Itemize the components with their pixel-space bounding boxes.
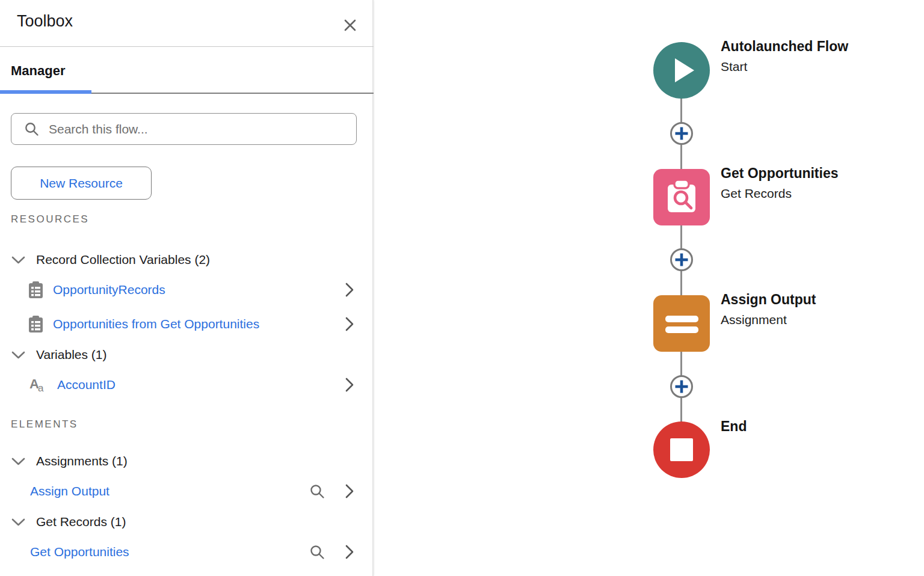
flow-canvas: Autolaunched Flow Start Get Opportunitie… <box>375 0 924 576</box>
element-row-assign-output: Assign Output <box>0 482 374 501</box>
element-row-get-opportunities: Get Opportunities <box>0 542 374 562</box>
flow-search <box>11 113 357 145</box>
panel-title: Toolbox <box>17 12 73 31</box>
node-assign-output[interactable] <box>653 295 710 352</box>
close-icon <box>343 18 357 32</box>
search-icon <box>24 121 40 137</box>
resource-link-opportunities-from-get[interactable]: Opportunities from Get Opportunities <box>53 317 259 331</box>
group-assignments[interactable]: Assignments (1) <box>0 452 374 471</box>
elements-header: ELEMENTS <box>11 418 78 430</box>
resource-row-accountid: Aa AccountID <box>0 375 374 394</box>
toolbox-panel: Toolbox Manager New Resource RESOURCES R… <box>0 0 374 576</box>
plus-icon <box>674 126 689 141</box>
chevron-down-icon <box>11 457 26 466</box>
resources-header: RESOURCES <box>11 213 89 225</box>
find-in-canvas-icon[interactable] <box>309 483 325 500</box>
find-in-canvas-icon[interactable] <box>309 544 325 560</box>
resource-link-accountid[interactable]: AccountID <box>57 378 116 392</box>
chevron-right-icon[interactable] <box>345 282 354 298</box>
clipboard-search-icon <box>653 169 710 225</box>
chevron-down-icon <box>11 518 26 527</box>
new-resource-button[interactable]: New Resource <box>11 167 152 200</box>
play-icon <box>653 42 710 99</box>
node-get-opportunities[interactable] <box>653 169 710 225</box>
chevron-down-icon <box>11 256 26 265</box>
close-button[interactable] <box>339 14 361 36</box>
resource-row-opportunities-from-get: Opportunities from Get Opportunities <box>0 314 374 334</box>
chevron-right-icon[interactable] <box>345 316 354 332</box>
stop-square-icon <box>670 438 693 461</box>
resource-row-opportunityrecords: OpportunityRecords <box>0 280 374 299</box>
text-variable-icon: Aa <box>29 376 45 392</box>
add-element-button[interactable] <box>670 122 693 145</box>
chevron-right-icon[interactable] <box>345 544 354 560</box>
tab-manager[interactable]: Manager <box>11 63 65 79</box>
node-label-get-opportunities: Get Opportunities Get Records <box>721 165 839 201</box>
group-label: Record Collection Variables (2) <box>36 253 210 267</box>
group-variables[interactable]: Variables (1) <box>0 345 374 364</box>
chevron-right-icon[interactable] <box>345 483 354 499</box>
header-divider <box>0 46 374 47</box>
add-element-button[interactable] <box>670 248 693 271</box>
chevron-down-icon <box>11 351 26 360</box>
tab-manager-underline <box>0 90 91 94</box>
node-label-end: End <box>721 418 747 435</box>
node-label-assign-output: Assign Output Assignment <box>721 292 816 327</box>
node-start[interactable] <box>653 42 710 99</box>
resource-link-opportunityrecords[interactable]: OpportunityRecords <box>53 283 165 297</box>
node-label-start: Autolaunched Flow Start <box>721 38 848 74</box>
group-get-records[interactable]: Get Records (1) <box>0 512 374 532</box>
record-collection-icon <box>28 281 43 299</box>
group-record-collection-variables[interactable]: Record Collection Variables (2) <box>0 250 374 269</box>
search-input[interactable] <box>11 113 357 145</box>
node-end[interactable] <box>653 421 710 478</box>
group-label: Assignments (1) <box>36 454 128 468</box>
element-link-assign-output[interactable]: Assign Output <box>30 484 109 498</box>
chevron-right-icon[interactable] <box>345 377 354 393</box>
element-link-get-opportunities[interactable]: Get Opportunities <box>30 545 129 559</box>
group-label: Get Records (1) <box>36 515 126 529</box>
group-label: Variables (1) <box>36 348 107 362</box>
record-collection-icon <box>28 315 43 333</box>
add-element-button[interactable] <box>670 375 693 398</box>
equals-icon <box>653 295 710 352</box>
plus-icon <box>674 379 689 394</box>
plus-icon <box>674 253 689 267</box>
